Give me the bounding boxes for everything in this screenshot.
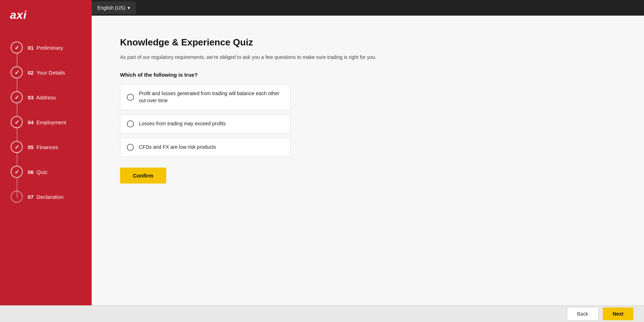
step-02-your-details[interactable]: ✓ 02 Your Details — [11, 60, 92, 85]
step-05-label: 05 Finances — [28, 144, 58, 150]
step-03-circle: ✓ — [11, 91, 23, 103]
question-text: Which of the following is true? — [120, 72, 616, 78]
language-selector[interactable]: English (US) ▾ — [92, 1, 136, 14]
radio-option-3[interactable] — [127, 144, 134, 151]
step-06-label: 06 Quiz — [28, 169, 48, 175]
step-02-label: 02 Your Details — [28, 70, 65, 76]
navigation-steps: ✓ 01 Preliminary ✓ 02 Your Details ✓ — [0, 32, 92, 213]
step-06-quiz[interactable]: ✓ 06 Quiz — [11, 159, 92, 184]
option-3-text: CFDs and FX are low risk products — [139, 144, 216, 151]
step-07-declaration[interactable]: 07 Declaration — [11, 184, 92, 209]
step-01-preliminary[interactable]: ✓ 01 Preliminary — [11, 35, 92, 60]
page-title: Knowledge & Experience Quiz — [120, 37, 616, 48]
page-subtitle: As part of our regulatory requirements, … — [120, 54, 616, 61]
confirm-button[interactable]: Confirm — [120, 168, 166, 184]
option-2-text: Losses from trading may exceed profits — [139, 120, 226, 127]
step-02-circle: ✓ — [11, 66, 23, 78]
top-bar: English (US) ▾ — [92, 0, 644, 16]
logo-area: axi — [0, 0, 92, 32]
step-05-finances[interactable]: ✓ 05 Finances — [11, 135, 92, 159]
step-06-circle: ✓ — [11, 166, 23, 178]
chevron-down-icon: ▾ — [128, 5, 130, 11]
option-2[interactable]: Losses from trading may exceed profits — [120, 114, 291, 133]
main-content: English (US) ▾ Knowledge & Experience Qu… — [92, 0, 644, 305]
checkmark-icon: ✓ — [15, 144, 19, 151]
step-03-label: 03 Address — [28, 94, 56, 100]
checkmark-icon: ✓ — [15, 69, 19, 76]
step-04-label: 04 Employment — [28, 119, 66, 125]
next-button[interactable]: Next — [603, 307, 633, 320]
step-04-employment[interactable]: ✓ 04 Employment — [11, 110, 92, 135]
checkmark-icon: ✓ — [15, 44, 19, 51]
step-03-address[interactable]: ✓ 03 Address — [11, 85, 92, 110]
option-3[interactable]: CFDs and FX are low risk products — [120, 138, 291, 157]
back-button[interactable]: Back — [567, 307, 599, 321]
step-01-label: 01 Preliminary — [28, 45, 63, 51]
option-1[interactable]: Profit and losses generated from trading… — [120, 84, 291, 110]
language-label: English (US) — [97, 5, 125, 11]
sidebar: axi ✓ 01 Preliminary ✓ 02 Your Details — [0, 0, 92, 305]
checkmark-icon: ✓ — [15, 94, 19, 101]
step-05-circle: ✓ — [11, 141, 23, 153]
quiz-content-area: Knowledge & Experience Quiz As part of o… — [92, 16, 644, 305]
step-01-circle: ✓ — [11, 42, 23, 54]
app-logo: axi — [10, 9, 27, 21]
footer: Back Next — [0, 305, 644, 322]
step-04-circle: ✓ — [11, 116, 23, 128]
options-list: Profit and losses generated from trading… — [120, 84, 616, 157]
radio-option-2[interactable] — [127, 120, 134, 127]
step-07-circle — [11, 191, 23, 203]
checkmark-icon: ✓ — [15, 119, 19, 126]
option-1-text: Profit and losses generated from trading… — [139, 90, 284, 104]
checkmark-icon: ✓ — [15, 169, 19, 175]
radio-option-1[interactable] — [127, 94, 134, 101]
step-07-label: 07 Declaration — [28, 194, 64, 200]
